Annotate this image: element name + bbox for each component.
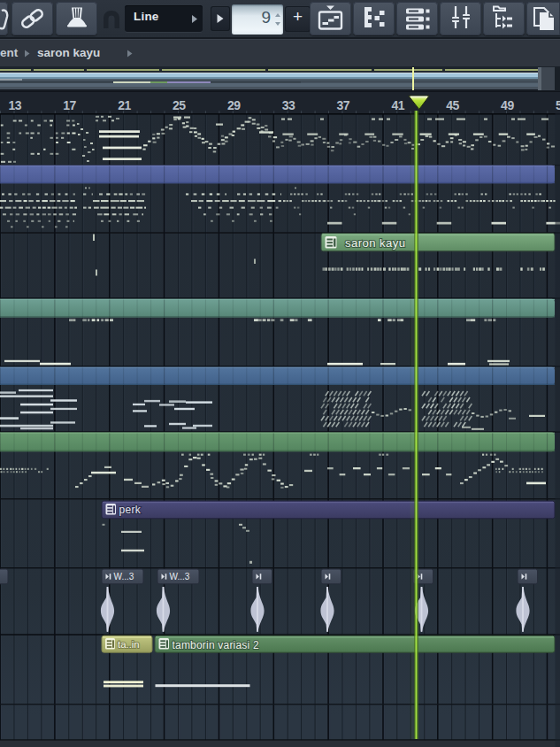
svg-text:53: 53 [556, 98, 560, 112]
svg-text:13: 13 [9, 98, 22, 112]
svg-text:21: 21 [118, 98, 131, 112]
svg-text:33: 33 [282, 98, 295, 112]
svg-text:W...3: W...3 [170, 572, 190, 581]
svg-text:saron kayu: saron kayu [345, 236, 406, 250]
svg-text:ta..in: ta..in [118, 639, 140, 650]
svg-text:perk: perk [119, 504, 142, 516]
svg-text:25: 25 [173, 98, 186, 112]
svg-text:W...3: W...3 [114, 572, 134, 581]
svg-text:41: 41 [391, 98, 404, 112]
svg-text:tamborin variasi 2: tamborin variasi 2 [173, 639, 259, 651]
svg-text:49: 49 [501, 98, 514, 112]
svg-text:45: 45 [446, 98, 459, 112]
svg-text:17: 17 [63, 98, 76, 112]
svg-text:29: 29 [227, 98, 241, 112]
svg-text:37: 37 [337, 98, 350, 112]
